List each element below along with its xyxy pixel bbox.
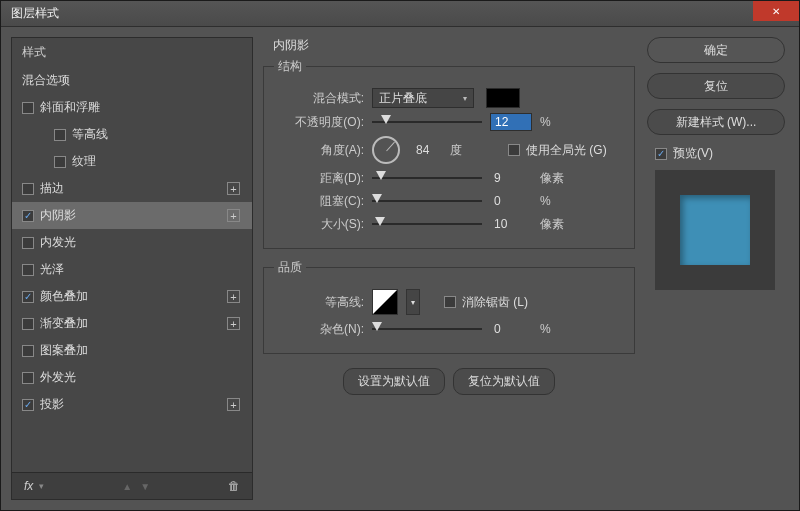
add-effect-icon[interactable]: + bbox=[227, 317, 240, 330]
angle-unit: 度 bbox=[450, 142, 484, 159]
opacity-slider[interactable] bbox=[372, 115, 482, 129]
anti-alias-checkbox[interactable] bbox=[444, 296, 456, 308]
add-effect-icon[interactable]: + bbox=[227, 209, 240, 222]
style-checkbox[interactable] bbox=[22, 237, 34, 249]
style-checkbox[interactable] bbox=[22, 183, 34, 195]
choke-slider[interactable] bbox=[372, 194, 482, 208]
anti-alias-label: 消除锯齿 (L) bbox=[462, 294, 528, 311]
preview-label: 预览(V) bbox=[673, 145, 713, 162]
size-unit: 像素 bbox=[540, 216, 574, 233]
shadow-color-swatch[interactable] bbox=[486, 88, 520, 108]
style-checkbox[interactable] bbox=[22, 318, 34, 330]
move-down-icon[interactable]: ▼ bbox=[140, 481, 150, 492]
sidebar-item-8[interactable]: 渐变叠加+ bbox=[12, 310, 252, 337]
noise-slider[interactable] bbox=[372, 322, 482, 336]
style-checkbox[interactable] bbox=[54, 129, 66, 141]
contour-dropdown[interactable]: ▾ bbox=[406, 289, 420, 315]
sidebar-item-2[interactable]: 纹理 bbox=[12, 148, 252, 175]
style-checkbox[interactable] bbox=[22, 399, 34, 411]
new-style-button[interactable]: 新建样式 (W)... bbox=[647, 109, 785, 135]
style-checkbox[interactable] bbox=[22, 345, 34, 357]
style-checkbox[interactable] bbox=[54, 156, 66, 168]
sidebar-item-5[interactable]: 内发光 bbox=[12, 229, 252, 256]
size-input[interactable] bbox=[490, 215, 532, 233]
noise-label: 杂色(N): bbox=[274, 321, 364, 338]
fx-menu-icon[interactable]: fx bbox=[24, 479, 33, 493]
ok-button[interactable]: 确定 bbox=[647, 37, 785, 63]
blend-mode-label: 混合模式: bbox=[274, 90, 364, 107]
sidebar-item-label: 内阴影 bbox=[40, 207, 76, 224]
angle-dial[interactable] bbox=[372, 136, 400, 164]
close-icon: ✕ bbox=[772, 6, 780, 17]
add-effect-icon[interactable]: + bbox=[227, 398, 240, 411]
sidebar-item-label: 等高线 bbox=[72, 126, 108, 143]
panel-title: 内阴影 bbox=[263, 35, 635, 58]
make-default-button[interactable]: 设置为默认值 bbox=[343, 368, 445, 395]
sidebar-item-1[interactable]: 等高线 bbox=[12, 121, 252, 148]
distance-slider[interactable] bbox=[372, 171, 482, 185]
quality-group: 品质 等高线: ▾ 消除锯齿 (L) 杂色(N): % bbox=[263, 259, 635, 354]
cancel-button[interactable]: 复位 bbox=[647, 73, 785, 99]
sidebar-blend-options[interactable]: 混合选项 bbox=[12, 67, 252, 94]
close-button[interactable]: ✕ bbox=[753, 1, 799, 21]
style-checkbox[interactable] bbox=[22, 264, 34, 276]
sidebar-item-label: 图案叠加 bbox=[40, 342, 88, 359]
sidebar-item-label: 斜面和浮雕 bbox=[40, 99, 100, 116]
sidebar-item-label: 光泽 bbox=[40, 261, 64, 278]
sidebar-item-11[interactable]: 投影+ bbox=[12, 391, 252, 418]
sidebar-item-10[interactable]: 外发光 bbox=[12, 364, 252, 391]
preview-swatch-box bbox=[655, 170, 775, 290]
window-title: 图层样式 bbox=[11, 5, 59, 22]
contour-picker[interactable] bbox=[372, 289, 398, 315]
add-effect-icon[interactable]: + bbox=[227, 290, 240, 303]
reset-default-button[interactable]: 复位为默认值 bbox=[453, 368, 555, 395]
opacity-unit: % bbox=[540, 115, 574, 129]
distance-input[interactable] bbox=[490, 169, 532, 187]
distance-label: 距离(D): bbox=[274, 170, 364, 187]
move-up-icon[interactable]: ▲ bbox=[122, 481, 132, 492]
sidebar-item-7[interactable]: 颜色叠加+ bbox=[12, 283, 252, 310]
global-light-label: 使用全局光 (G) bbox=[526, 142, 607, 159]
delete-icon[interactable]: 🗑 bbox=[228, 479, 240, 493]
sidebar-item-label: 外发光 bbox=[40, 369, 76, 386]
sidebar-item-label: 描边 bbox=[40, 180, 64, 197]
sidebar-item-0[interactable]: 斜面和浮雕 bbox=[12, 94, 252, 121]
settings-panel: 内阴影 结构 混合模式: 正片叠底 ▾ 不透明度(O): % bbox=[263, 27, 647, 510]
contour-label: 等高线: bbox=[274, 294, 364, 311]
sidebar-item-label: 内发光 bbox=[40, 234, 76, 251]
blend-mode-value: 正片叠底 bbox=[379, 90, 427, 107]
size-label: 大小(S): bbox=[274, 216, 364, 233]
styles-sidebar: 样式 混合选项 斜面和浮雕等高线纹理描边+内阴影+内发光光泽颜色叠加+渐变叠加+… bbox=[11, 37, 253, 500]
global-light-checkbox[interactable] bbox=[508, 144, 520, 156]
sidebar-item-4[interactable]: 内阴影+ bbox=[12, 202, 252, 229]
style-checkbox[interactable] bbox=[22, 102, 34, 114]
choke-input[interactable] bbox=[490, 192, 532, 210]
sidebar-item-6[interactable]: 光泽 bbox=[12, 256, 252, 283]
size-slider[interactable] bbox=[372, 217, 482, 231]
style-checkbox[interactable] bbox=[22, 291, 34, 303]
sidebar-item-9[interactable]: 图案叠加 bbox=[12, 337, 252, 364]
sidebar-header: 样式 bbox=[12, 38, 252, 67]
dialog-body: 样式 混合选项 斜面和浮雕等高线纹理描边+内阴影+内发光光泽颜色叠加+渐变叠加+… bbox=[1, 27, 799, 510]
right-column: 确定 复位 新建样式 (W)... 预览(V) bbox=[647, 27, 799, 510]
noise-input[interactable] bbox=[490, 320, 532, 338]
layer-style-dialog: 图层样式 ✕ 样式 混合选项 斜面和浮雕等高线纹理描边+内阴影+内发光光泽颜色叠… bbox=[0, 0, 800, 511]
blend-mode-select[interactable]: 正片叠底 ▾ bbox=[372, 88, 474, 108]
style-checkbox[interactable] bbox=[22, 372, 34, 384]
distance-unit: 像素 bbox=[540, 170, 574, 187]
angle-input[interactable] bbox=[412, 141, 442, 159]
sidebar-item-label: 颜色叠加 bbox=[40, 288, 88, 305]
style-checkbox[interactable] bbox=[22, 210, 34, 222]
titlebar[interactable]: 图层样式 ✕ bbox=[1, 1, 799, 27]
structure-group: 结构 混合模式: 正片叠底 ▾ 不透明度(O): % 角度(A): bbox=[263, 58, 635, 249]
angle-label: 角度(A): bbox=[274, 142, 364, 159]
opacity-label: 不透明度(O): bbox=[274, 114, 364, 131]
sidebar-item-3[interactable]: 描边+ bbox=[12, 175, 252, 202]
chevron-down-icon: ▾ bbox=[463, 94, 467, 103]
preview-checkbox[interactable] bbox=[655, 148, 667, 160]
choke-label: 阻塞(C): bbox=[274, 193, 364, 210]
opacity-input[interactable] bbox=[490, 113, 532, 131]
sidebar-item-label: 纹理 bbox=[72, 153, 96, 170]
add-effect-icon[interactable]: + bbox=[227, 182, 240, 195]
sidebar-footer: fx ▾ ▲ ▼ 🗑 bbox=[12, 472, 252, 499]
